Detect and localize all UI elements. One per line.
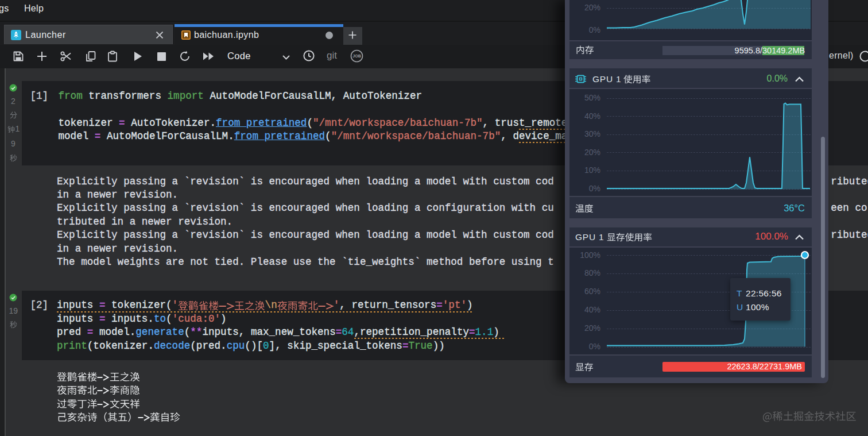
svg-text:JOB: JOB — [352, 54, 361, 58]
